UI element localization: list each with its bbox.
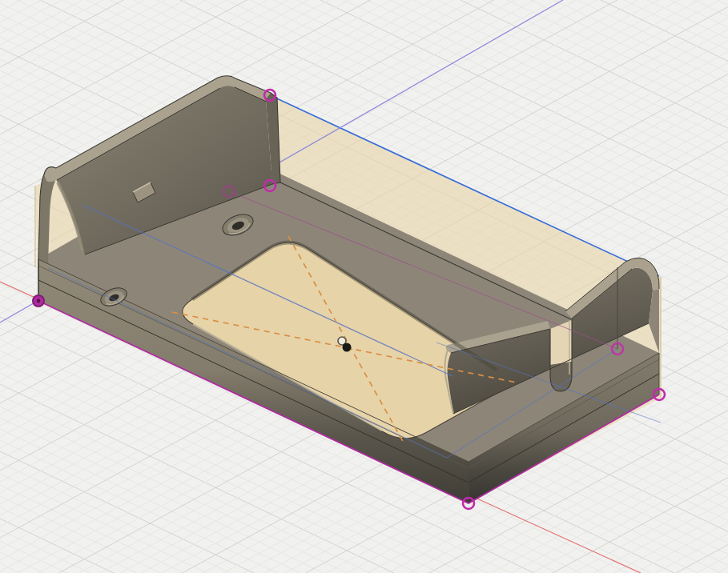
viewport-canvas[interactable]: [0, 0, 728, 573]
origin-point-center: [37, 299, 41, 303]
sketch-center-point[interactable]: [343, 343, 352, 352]
cad-viewport: [0, 0, 728, 573]
